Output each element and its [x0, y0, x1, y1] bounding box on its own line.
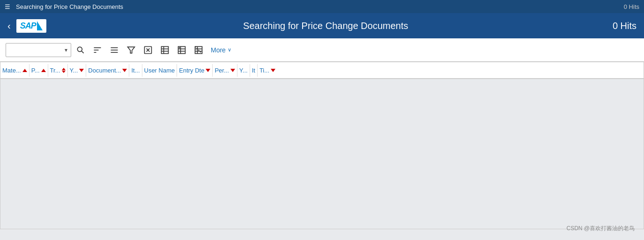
tab-title: Searching for Price Change Documents: [16, 3, 624, 10]
svg-marker-8: [128, 47, 135, 53]
col-header-7[interactable]: Entry Dte: [177, 64, 213, 77]
select-wrapper: ▾: [6, 43, 71, 57]
page-title: Searching for Price Change Documents: [46, 21, 605, 31]
more-label: More: [211, 46, 226, 54]
svg-line-25: [195, 46, 202, 53]
col-label-5: It...: [131, 67, 140, 74]
col-header-0[interactable]: Mate...: [0, 64, 30, 77]
more-button[interactable]: More ∨: [208, 44, 234, 56]
group-button[interactable]: [107, 44, 122, 57]
col-header-5[interactable]: It...: [129, 64, 142, 77]
table-wrapper: Mate...P...Tr...Y...Document...It...User…: [0, 62, 644, 229]
col-header-11[interactable]: Ti...: [258, 64, 277, 77]
search-button[interactable]: [73, 44, 88, 57]
sort-desc-icon: [79, 69, 84, 72]
col-label-1: P...: [31, 67, 40, 74]
search-icon: [76, 45, 85, 55]
svg-point-0: [77, 47, 82, 51]
sap-logo: SAP: [16, 19, 46, 33]
filter-button[interactable]: [124, 44, 139, 57]
layout-icon: [160, 45, 170, 55]
col-label-9: Y...: [239, 67, 248, 74]
more-chevron-icon: ∨: [228, 47, 231, 53]
watermark: CSDN @喜欢打酱油的老鸟: [566, 225, 635, 229]
col-label-10: It: [252, 67, 255, 74]
sort-asc-icon: [22, 69, 27, 72]
col-header-3[interactable]: Y...: [68, 64, 87, 77]
browser-tab-bar: ☰ Searching for Price Change Documents 0…: [0, 0, 644, 13]
svg-rect-12: [162, 46, 169, 53]
col-label-3: Y...: [70, 67, 78, 74]
export-icon: [143, 45, 153, 55]
col-label-6: User Name: [144, 67, 175, 74]
group-icon: [110, 45, 119, 55]
freeze-icon: [194, 45, 203, 55]
sort-desc-icon: [122, 69, 127, 72]
sap-logo-triangle: [37, 21, 43, 30]
col-label-4: Document...: [88, 67, 121, 74]
sort-icon: [93, 45, 102, 55]
sort-button[interactable]: [90, 44, 105, 57]
col-label-0: Mate...: [2, 67, 21, 74]
variant-select[interactable]: [6, 43, 71, 57]
hamburger-menu-icon[interactable]: ☰: [5, 3, 10, 10]
sort-desc-icon: [206, 69, 210, 72]
col-header-2[interactable]: Tr...: [48, 64, 68, 77]
col-header-9[interactable]: Y...: [237, 64, 250, 77]
tab-hits-badge: 0 Hits: [624, 3, 639, 10]
column-settings-icon: [177, 45, 186, 55]
export-button[interactable]: [141, 44, 155, 57]
col-header-1[interactable]: P...: [30, 64, 48, 77]
col-header-10[interactable]: It: [250, 64, 258, 77]
col-label-7: Entry Dte: [179, 67, 204, 74]
freeze-button[interactable]: [191, 44, 206, 57]
sap-logo-text: SAP: [20, 21, 36, 31]
col-header-4[interactable]: Document...: [86, 64, 129, 77]
svg-line-1: [81, 51, 84, 53]
back-button[interactable]: ‹: [7, 21, 11, 31]
sort-asc-icon: [41, 69, 46, 72]
hits-count: 0 Hits: [613, 21, 637, 31]
filter-icon: [126, 45, 136, 55]
sort-desc-icon: [230, 69, 235, 72]
sap-header: ‹ SAP Searching for Price Change Documen…: [0, 13, 644, 38]
col-label-2: Tr...: [50, 67, 60, 74]
sort-desc-icon: [271, 69, 275, 72]
table-body: [0, 79, 644, 229]
toolbar: ▾: [0, 38, 644, 62]
col-header-8[interactable]: Per...: [213, 64, 237, 77]
layout-button[interactable]: [157, 44, 172, 57]
column-settings-button[interactable]: [174, 44, 189, 57]
table-area: Mate...P...Tr...Y...Document...It...User…: [0, 62, 644, 229]
table-header-row: Mate...P...Tr...Y...Document...It...User…: [0, 62, 644, 79]
col-label-8: Per...: [215, 67, 229, 74]
svg-point-20: [179, 47, 180, 48]
col-header-6[interactable]: User Name: [142, 64, 178, 77]
col-label-11: Ti...: [259, 67, 269, 74]
sort-both-icon: [62, 68, 66, 73]
